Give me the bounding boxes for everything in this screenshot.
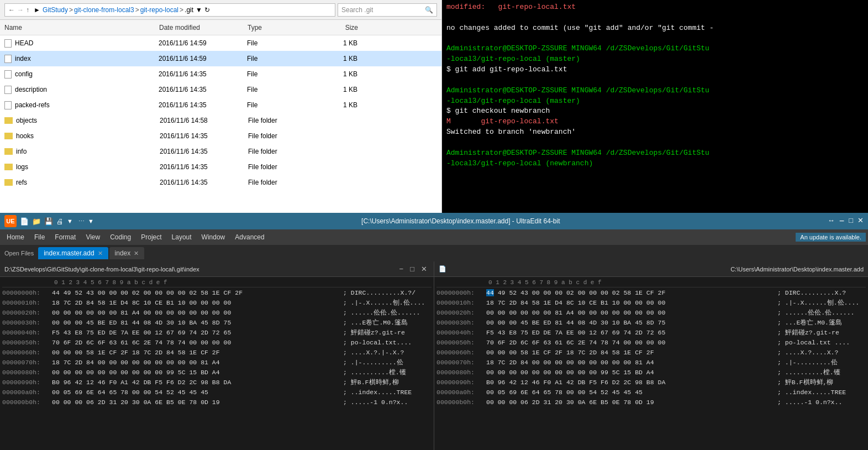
- git-terminal: modified: git-repo-local.txt no changes …: [442, 0, 868, 213]
- file-name: logs: [16, 163, 160, 171]
- ue-menu-item[interactable]: Window: [197, 231, 230, 243]
- col-type-header[interactable]: Type: [248, 24, 314, 32]
- ue-menu-item[interactable]: Project: [136, 231, 166, 243]
- file-size: 1 KB: [313, 70, 357, 78]
- ue-tab-close-btn[interactable]: ✕: [98, 250, 103, 257]
- ue-menu-item[interactable]: Home: [2, 231, 29, 243]
- breadcrumb-item-2[interactable]: git-clone-from-local3: [74, 6, 134, 14]
- ue-tab[interactable]: index.master.add✕: [38, 247, 108, 259]
- search-placeholder: Search .git: [341, 6, 425, 14]
- ue-menu-item[interactable]: Layout: [167, 231, 196, 243]
- file-size: 1 KB: [313, 86, 357, 93]
- col-size-header[interactable]: Size: [314, 24, 358, 32]
- terminal-line: [446, 34, 864, 44]
- hex-addr: 000000b0h:: [2, 399, 52, 406]
- breadcrumb-up-icon[interactable]: ↑: [26, 6, 29, 14]
- hex-addr: 00000070h:: [2, 359, 52, 366]
- hex-bytes: 44 49 52 43 00 00 00 02 00 00 00 00 02 5…: [52, 289, 343, 296]
- col-name-header[interactable]: Name: [4, 24, 159, 32]
- hex-panel-left-btns: − □ ✕: [397, 265, 429, 273]
- ue-toolbar-print[interactable]: 🖨: [56, 217, 64, 226]
- file-name: index: [15, 55, 159, 62]
- ue-update-badge[interactable]: An update is available.: [796, 233, 866, 242]
- breadcrumb-item-3[interactable]: git-repo-local: [140, 6, 178, 14]
- hex-bytes: 00 00 00 00 00 00 00 00 00 00 99 5C 15 B…: [52, 369, 343, 376]
- col-date-header[interactable]: Date modified: [159, 24, 248, 32]
- breadcrumb-item-1[interactable]: GitStudy: [43, 6, 68, 14]
- ue-toolbar-dropdown[interactable]: ▼: [67, 218, 73, 224]
- file-icon: [4, 86, 12, 94]
- explorer-row[interactable]: HEAD2016/11/6 14:59File1 KB: [0, 35, 441, 51]
- file-date: 2016/11/6 14:35: [159, 101, 247, 109]
- hex-addr: 00000080h:: [436, 369, 486, 376]
- folder-icon: [4, 179, 13, 186]
- breadcrumb-dropdown-icon[interactable]: ▼: [196, 6, 202, 14]
- ue-close-btn[interactable]: ✕: [858, 216, 864, 226]
- file-date: 2016/11/6 14:35: [160, 132, 248, 140]
- ue-tab-close-btn[interactable]: ✕: [134, 250, 139, 257]
- hex-panel-right: 📄 C:\Users\Administrator\Desktop\index.m…: [434, 261, 868, 450]
- ue-menu-item[interactable]: Format: [50, 231, 80, 243]
- file-name: packed-refs: [15, 101, 159, 109]
- explorer-row[interactable]: info2016/11/6 14:35File folder: [0, 144, 441, 159]
- hex-row: 000000a0h:00 05 69 6E 64 65 78 00 00 54 …: [436, 387, 866, 397]
- hex-bytes: 18 7C 2D 84 00 00 00 00 00 00 00 00 00 8…: [52, 359, 343, 366]
- file-icon: [4, 70, 12, 79]
- hex-header-left: 0 1 2 3 4 5 6 7 8 9 a b c d e f: [2, 278, 432, 287]
- ue-menu-item[interactable]: Coding: [106, 231, 135, 243]
- ue-minimize-btn[interactable]: −: [839, 216, 844, 226]
- explorer-row[interactable]: objects2016/11/6 14:58File folder: [0, 113, 441, 128]
- ue-menu-item[interactable]: Advanced: [230, 231, 269, 243]
- ue-open-files-label: Open Files: [2, 250, 36, 257]
- ue-tabs-container: Open Files index.master.add✕index✕: [0, 245, 868, 261]
- file-type: File folder: [248, 148, 314, 155]
- hex-row: 00000080h:00 00 00 00 00 00 00 00 00 00 …: [2, 367, 432, 377]
- explorer-row[interactable]: hooks2016/11/6 14:35File folder: [0, 128, 441, 144]
- ue-menu-item[interactable]: View: [81, 231, 104, 243]
- ue-toolbar-more[interactable]: ⋯: [78, 218, 85, 225]
- explorer-row[interactable]: refs2016/11/6 14:35File folder: [0, 175, 441, 190]
- breadcrumb-item-4[interactable]: .git: [185, 6, 193, 14]
- hex-addr: 000000a0h:: [2, 389, 52, 396]
- explorer-row[interactable]: description2016/11/6 14:35File1 KB: [0, 82, 441, 97]
- top-section: ← → ↑ ► GitStudy > git-clone-from-local3…: [0, 0, 868, 213]
- ue-toolbar-folder[interactable]: 📁: [32, 217, 41, 226]
- hex-bytes: 00 00 00 58 1E CF 2F 18 7C 2D 84 58 1E C…: [52, 349, 343, 356]
- hex-addr: 00000040h:: [436, 329, 486, 336]
- explorer-row[interactable]: index2016/11/6 14:59File1 KB: [0, 51, 441, 66]
- ue-toolbar-expand[interactable]: ▼: [88, 218, 94, 224]
- explorer-row[interactable]: logs2016/11/6 14:35File folder: [0, 159, 441, 175]
- file-size: 1 KB: [313, 39, 357, 47]
- ue-toolbar-new[interactable]: 📄: [20, 217, 29, 226]
- file-date: 2016/11/6 14:58: [160, 117, 248, 124]
- explorer-row[interactable]: config2016/11/6 14:35File1 KB: [0, 66, 441, 82]
- file-size: 1 KB: [313, 101, 357, 109]
- hex-ascii: ; ....X.?.|-.X.?: [343, 349, 432, 356]
- hex-ascii: ; 鮃B.F棋時鲜,柳: [777, 378, 866, 386]
- ue-bottom-content: D:\ZSDevelops\Git\GitStudy\git-clone-fro…: [0, 261, 868, 450]
- ue-toolbar-save[interactable]: 💾: [44, 217, 53, 226]
- breadcrumb-back-icon[interactable]: ←: [8, 6, 15, 14]
- ue-titlebar-right: ↔ − □ ✕: [828, 216, 864, 226]
- hex-addr: 00000030h:: [2, 319, 52, 326]
- breadcrumb-refresh-icon[interactable]: ↻: [204, 6, 210, 14]
- hex-row: 00000080h:00 00 00 00 00 00 00 00 00 00 …: [436, 367, 866, 377]
- hex-addr: 00000000h:: [436, 289, 486, 296]
- explorer-header: Name Date modified Type Size: [0, 20, 441, 35]
- ue-menu-item[interactable]: File: [30, 231, 49, 243]
- terminal-line: -local3/git-repo-local (master): [446, 96, 864, 107]
- search-icon[interactable]: 🔍: [425, 6, 433, 14]
- file-name: description: [15, 86, 159, 93]
- breadcrumb-forward-icon[interactable]: →: [17, 6, 24, 14]
- ue-maximize-btn[interactable]: □: [849, 216, 853, 226]
- explorer-search-box[interactable]: Search .git 🔍: [338, 3, 437, 17]
- explorer-row[interactable]: packed-refs2016/11/6 14:35File1 KB: [0, 97, 441, 113]
- ue-tab[interactable]: index✕: [109, 247, 145, 259]
- hex-restore-btn[interactable]: □: [408, 265, 417, 273]
- breadcrumb[interactable]: ← → ↑ ► GitStudy > git-clone-from-local3…: [4, 3, 335, 17]
- hex-ascii: ; DIRC.........X.?/: [343, 289, 432, 296]
- hex-row: 00000060h:00 00 00 58 1E CF 2F 18 7C 2D …: [436, 347, 866, 357]
- hex-close-btn[interactable]: ✕: [419, 265, 429, 273]
- file-icon: [4, 55, 12, 63]
- hex-minimize-btn[interactable]: −: [397, 265, 406, 273]
